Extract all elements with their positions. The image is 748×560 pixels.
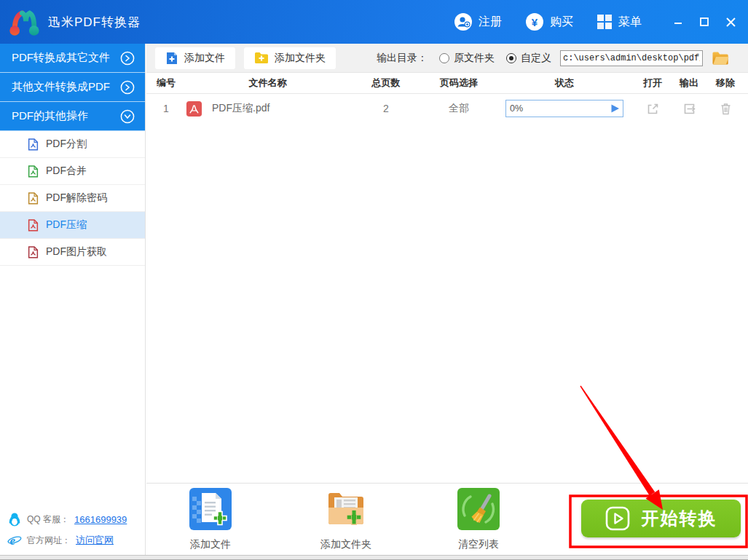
row-filename: PDF压缩.pdf <box>212 102 269 115</box>
sidebar-item-label: PDF压缩 <box>46 218 87 232</box>
pdf-doc-icon <box>28 165 39 178</box>
toolbar: 添加文件 添加文件夹 输出目录： 原文件夹 自定义 <box>146 44 748 73</box>
main-panel: 添加文件 添加文件夹 输出目录： 原文件夹 自定义 <box>146 44 748 555</box>
maximize-icon <box>699 17 709 27</box>
add-file-button[interactable]: 添加文件 <box>155 47 235 69</box>
pdf-doc-icon <box>28 219 39 232</box>
sidebar-item-pdf-remove-password[interactable]: PDF解除密码 <box>0 185 145 212</box>
app-title: 迅米PDF转换器 <box>48 14 141 31</box>
sidebar-item-label: PDF解除密码 <box>46 192 107 205</box>
close-button[interactable] <box>717 7 744 36</box>
column-header-index: 编号 <box>146 76 186 90</box>
column-header-remove: 移除 <box>706 76 744 90</box>
open-output-icon[interactable] <box>682 102 696 116</box>
row-index: 1 <box>146 103 186 114</box>
start-convert-label: 开始转换 <box>642 507 717 530</box>
sidebar-item-pdf-split[interactable]: PDF分割 <box>0 131 145 158</box>
sidebar-item-pdf-merge[interactable]: PDF合并 <box>0 158 145 185</box>
clear-list-big-label: 清空列表 <box>435 538 522 551</box>
sidebar-group-label: 其他文件转换成PDF <box>12 80 110 94</box>
progress-value: 0% <box>510 103 523 114</box>
minimize-icon <box>673 17 683 27</box>
close-icon <box>725 17 736 28</box>
pdf-doc-icon <box>28 246 39 259</box>
qq-service-label: QQ 客服： <box>27 513 69 526</box>
output-directory-group: 输出目录： 原文件夹 自定义 <box>377 50 729 66</box>
qq-number-link[interactable]: 1661699939 <box>74 514 127 525</box>
sidebar-item-label: PDF图片获取 <box>46 245 107 259</box>
play-icon <box>605 506 630 531</box>
add-folder-big-icon <box>325 488 367 530</box>
add-folder-label: 添加文件夹 <box>275 52 326 65</box>
column-header-page-select: 页码选择 <box>422 76 495 90</box>
row-page-count: 2 <box>350 103 422 114</box>
table-row: 1 PDF压缩.pdf 2 全部 0% <box>146 94 748 123</box>
browser-e-icon: e <box>7 533 22 548</box>
sidebar-group-other-to-pdf[interactable]: 其他文件转换成PDF <box>0 73 145 102</box>
open-file-icon[interactable] <box>646 102 660 116</box>
register-label: 注册 <box>479 15 502 30</box>
app-logo-icon <box>6 4 42 39</box>
add-file-label: 添加文件 <box>184 52 225 65</box>
radio-custom-folder-label[interactable]: 自定义 <box>521 52 551 65</box>
add-folder-icon <box>254 52 269 64</box>
play-progress-icon[interactable] <box>610 103 620 114</box>
buy-label: 购买 <box>550 15 573 30</box>
sidebar: PDF转换成其它文件 其他文件转换成PDF PDF的其他操作 <box>0 44 146 555</box>
sidebar-group-label: PDF转换成其它文件 <box>12 51 110 65</box>
add-folder-big-button[interactable]: 添加文件夹 <box>302 488 390 551</box>
add-file-icon <box>165 52 178 65</box>
pdf-doc-icon <box>28 192 39 205</box>
add-file-big-label: 添加文件 <box>167 538 254 551</box>
clear-list-big-button[interactable]: 清空列表 <box>435 488 522 551</box>
column-header-output: 输出 <box>672 76 706 90</box>
svg-text:¥: ¥ <box>532 16 538 28</box>
sidebar-item-label: PDF合并 <box>46 165 87 178</box>
add-folder-button[interactable]: 添加文件夹 <box>244 47 336 69</box>
qq-icon <box>7 512 22 527</box>
start-convert-button[interactable]: 开始转换 <box>581 500 741 537</box>
add-file-big-icon <box>189 488 232 530</box>
sidebar-group-label: PDF的其他操作 <box>12 109 88 123</box>
add-folder-big-label: 添加文件夹 <box>302 538 390 551</box>
column-header-pages: 总页数 <box>350 76 422 90</box>
register-button[interactable]: 注册 <box>454 12 502 31</box>
menu-label: 菜单 <box>618 15 642 30</box>
radio-custom-folder[interactable] <box>506 53 516 63</box>
progress-bar: 0% <box>505 100 623 117</box>
browse-folder-icon[interactable] <box>712 51 729 66</box>
chevron-right-circle-icon <box>120 51 135 66</box>
maximize-button[interactable] <box>691 7 717 36</box>
pdf-doc-icon <box>28 138 39 151</box>
chevron-right-circle-icon <box>120 80 135 95</box>
clear-list-big-icon <box>457 488 500 530</box>
delete-row-icon[interactable] <box>719 102 733 116</box>
row-page-range[interactable]: 全部 <box>422 102 495 115</box>
window-bottom-edge <box>0 555 748 560</box>
file-table-header: 编号 文件名称 总页数 页码选择 状态 打开 输出 移除 <box>146 73 748 94</box>
output-path-input[interactable] <box>560 50 703 66</box>
sidebar-item-pdf-compress[interactable]: PDF压缩 <box>0 212 145 239</box>
sidebar-item-pdf-extract-images[interactable]: PDF图片获取 <box>0 239 145 266</box>
column-header-status: 状态 <box>495 76 634 90</box>
title-bar: 迅米PDF转换器 注册 ¥ 购买 <box>0 0 748 44</box>
official-site-link[interactable]: 访问官网 <box>76 534 114 547</box>
official-site-label: 官方网址： <box>27 535 71 547</box>
add-file-big-button[interactable]: 添加文件 <box>167 488 254 551</box>
grid-menu-icon <box>597 14 613 30</box>
app-window: 迅米PDF转换器 注册 ¥ 购买 <box>0 0 748 560</box>
column-header-open: 打开 <box>634 76 672 90</box>
yuan-coin-icon: ¥ <box>525 12 544 31</box>
buy-button[interactable]: ¥ 购买 <box>525 12 573 31</box>
column-header-filename: 文件名称 <box>186 76 350 90</box>
minimize-button[interactable] <box>665 7 691 36</box>
sidebar-item-label: PDF分割 <box>46 138 87 151</box>
bottom-divider <box>146 483 748 484</box>
menu-button[interactable]: 菜单 <box>597 14 642 30</box>
contact-info: QQ 客服： 1661699939 e 官方网址： 访问官网 <box>7 505 127 548</box>
radio-original-folder-label[interactable]: 原文件夹 <box>454 52 495 65</box>
radio-original-folder[interactable] <box>439 53 449 63</box>
sidebar-group-pdf-to-other[interactable]: PDF转换成其它文件 <box>0 44 145 73</box>
chevron-down-circle-icon <box>120 109 135 124</box>
sidebar-group-pdf-other-ops[interactable]: PDF的其他操作 <box>0 102 145 131</box>
